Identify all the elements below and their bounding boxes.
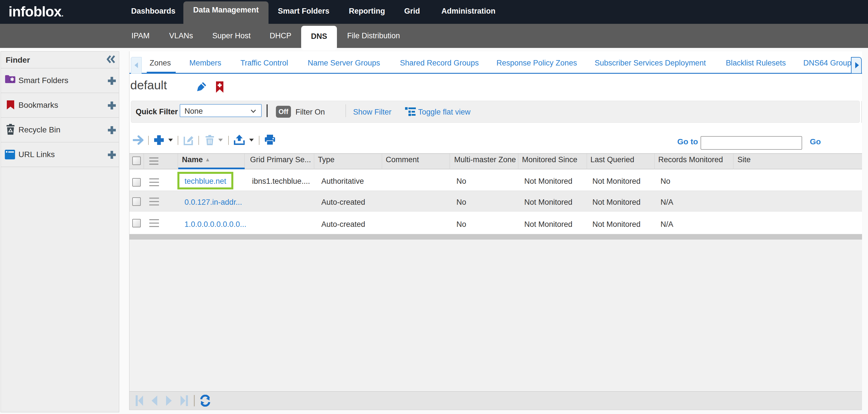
svg-text:✱: ✱: [10, 77, 14, 82]
